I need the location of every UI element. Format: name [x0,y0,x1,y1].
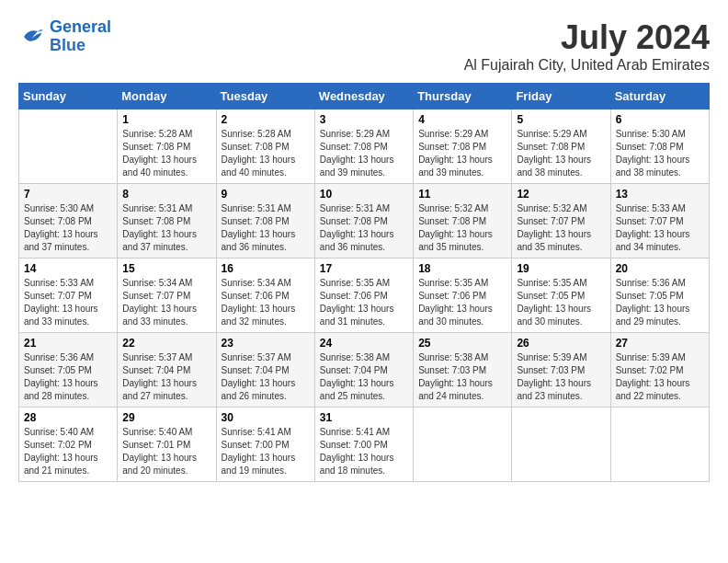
day-detail: Sunrise: 5:35 AMSunset: 7:06 PMDaylight:… [320,277,408,328]
day-detail: Sunrise: 5:32 AMSunset: 7:08 PMDaylight:… [418,202,506,254]
day-header-saturday: Saturday [610,84,709,109]
day-detail: Sunrise: 5:41 AMSunset: 7:00 PMDaylight:… [222,426,310,477]
day-cell: 16 Sunrise: 5:34 AMSunset: 7:06 PMDaylig… [216,259,314,333]
day-detail: Sunrise: 5:29 AMSunset: 7:08 PMDaylight:… [320,128,408,179]
day-cell: 28 Sunrise: 5:40 AMSunset: 7:02 PMDaylig… [19,408,118,482]
day-cell: 4 Sunrise: 5:29 AMSunset: 7:08 PMDayligh… [414,109,512,184]
day-detail: Sunrise: 5:31 AMSunset: 7:08 PMDaylight:… [222,202,310,254]
day-number: 27 [616,337,704,350]
day-number: 31 [320,411,408,424]
page-header: General Blue July 2024 Al Fujairah City,… [18,18,710,74]
day-cell: 8 Sunrise: 5:31 AMSunset: 7:08 PMDayligh… [118,184,216,259]
month-title: July 2024 [464,18,710,57]
header-row: SundayMondayTuesdayWednesdayThursdayFrid… [19,84,710,109]
day-number: 17 [320,262,408,275]
day-detail: Sunrise: 5:38 AMSunset: 7:04 PMDaylight:… [320,351,408,403]
day-number: 6 [616,113,704,126]
day-cell: 24 Sunrise: 5:38 AMSunset: 7:04 PMDaylig… [314,333,413,408]
logo: General Blue [18,18,111,55]
logo-line1: General [50,17,111,36]
day-detail: Sunrise: 5:38 AMSunset: 7:03 PMDaylight:… [418,351,506,403]
day-cell: 1 Sunrise: 5:28 AMSunset: 7:08 PMDayligh… [118,109,216,184]
day-number: 1 [122,113,210,126]
day-detail: Sunrise: 5:30 AMSunset: 7:08 PMDaylight:… [24,202,112,254]
location-title: Al Fujairah City, United Arab Emirates [464,57,710,74]
day-detail: Sunrise: 5:39 AMSunset: 7:03 PMDaylight:… [517,351,605,403]
day-cell: 22 Sunrise: 5:37 AMSunset: 7:04 PMDaylig… [118,333,216,408]
day-cell: 12 Sunrise: 5:32 AMSunset: 7:07 PMDaylig… [512,184,610,259]
day-detail: Sunrise: 5:36 AMSunset: 7:05 PMDaylight:… [616,277,704,328]
day-cell: 27 Sunrise: 5:39 AMSunset: 7:02 PMDaylig… [610,333,709,408]
day-cell: 30 Sunrise: 5:41 AMSunset: 7:00 PMDaylig… [216,408,314,482]
week-row-4: 21 Sunrise: 5:36 AMSunset: 7:05 PMDaylig… [19,333,710,408]
day-detail: Sunrise: 5:37 AMSunset: 7:04 PMDaylight:… [222,351,310,403]
day-header-tuesday: Tuesday [216,84,314,109]
day-number: 13 [616,188,704,201]
day-cell: 6 Sunrise: 5:30 AMSunset: 7:08 PMDayligh… [610,109,709,184]
day-detail: Sunrise: 5:32 AMSunset: 7:07 PMDaylight:… [517,202,605,254]
day-cell [512,408,610,482]
day-header-sunday: Sunday [19,84,118,109]
day-header-monday: Monday [118,84,216,109]
day-number: 4 [418,113,506,126]
day-number: 8 [122,188,210,201]
day-number: 25 [418,337,506,350]
day-header-thursday: Thursday [414,84,512,109]
day-cell: 2 Sunrise: 5:28 AMSunset: 7:08 PMDayligh… [216,109,314,184]
logo-icon [18,23,46,51]
day-cell: 18 Sunrise: 5:35 AMSunset: 7:06 PMDaylig… [414,259,512,333]
day-detail: Sunrise: 5:37 AMSunset: 7:04 PMDaylight:… [122,351,210,403]
day-cell: 23 Sunrise: 5:37 AMSunset: 7:04 PMDaylig… [216,333,314,408]
day-number: 16 [222,262,310,275]
day-number: 9 [222,188,310,201]
day-cell: 13 Sunrise: 5:33 AMSunset: 7:07 PMDaylig… [610,184,709,259]
week-row-5: 28 Sunrise: 5:40 AMSunset: 7:02 PMDaylig… [19,408,710,482]
day-detail: Sunrise: 5:31 AMSunset: 7:08 PMDaylight:… [122,202,210,254]
title-block: July 2024 Al Fujairah City, United Arab … [464,18,710,74]
day-cell: 17 Sunrise: 5:35 AMSunset: 7:06 PMDaylig… [314,259,413,333]
logo-line2: Blue [50,36,85,54]
day-cell: 11 Sunrise: 5:32 AMSunset: 7:08 PMDaylig… [414,184,512,259]
day-detail: Sunrise: 5:35 AMSunset: 7:05 PMDaylight:… [517,277,605,328]
day-number: 23 [222,337,310,350]
week-row-2: 7 Sunrise: 5:30 AMSunset: 7:08 PMDayligh… [19,184,710,259]
day-detail: Sunrise: 5:28 AMSunset: 7:08 PMDaylight:… [222,128,310,179]
day-cell [610,408,709,482]
day-cell: 21 Sunrise: 5:36 AMSunset: 7:05 PMDaylig… [19,333,118,408]
calendar-table: SundayMondayTuesdayWednesdayThursdayFrid… [18,83,710,482]
day-detail: Sunrise: 5:34 AMSunset: 7:06 PMDaylight:… [222,277,310,328]
day-number: 10 [320,188,408,201]
day-detail: Sunrise: 5:41 AMSunset: 7:00 PMDaylight:… [320,426,408,477]
day-cell: 29 Sunrise: 5:40 AMSunset: 7:01 PMDaylig… [118,408,216,482]
day-cell: 15 Sunrise: 5:34 AMSunset: 7:07 PMDaylig… [118,259,216,333]
day-detail: Sunrise: 5:29 AMSunset: 7:08 PMDaylight:… [418,128,506,179]
day-number: 26 [517,337,605,350]
day-number: 24 [320,337,408,350]
day-number: 11 [418,188,506,201]
day-number: 14 [24,262,112,275]
day-detail: Sunrise: 5:40 AMSunset: 7:02 PMDaylight:… [24,426,112,477]
day-cell: 9 Sunrise: 5:31 AMSunset: 7:08 PMDayligh… [216,184,314,259]
week-row-1: 1 Sunrise: 5:28 AMSunset: 7:08 PMDayligh… [19,109,710,184]
day-cell: 3 Sunrise: 5:29 AMSunset: 7:08 PMDayligh… [314,109,413,184]
day-number: 19 [517,262,605,275]
day-cell: 5 Sunrise: 5:29 AMSunset: 7:08 PMDayligh… [512,109,610,184]
day-number: 3 [320,113,408,126]
day-detail: Sunrise: 5:34 AMSunset: 7:07 PMDaylight:… [122,277,210,328]
week-row-3: 14 Sunrise: 5:33 AMSunset: 7:07 PMDaylig… [19,259,710,333]
day-number: 22 [122,337,210,350]
day-number: 2 [222,113,310,126]
day-detail: Sunrise: 5:30 AMSunset: 7:08 PMDaylight:… [616,128,704,179]
day-number: 21 [24,337,112,350]
day-cell [19,109,118,184]
day-cell: 14 Sunrise: 5:33 AMSunset: 7:07 PMDaylig… [19,259,118,333]
day-cell: 31 Sunrise: 5:41 AMSunset: 7:00 PMDaylig… [314,408,413,482]
day-header-friday: Friday [512,84,610,109]
day-number: 29 [122,411,210,424]
day-detail: Sunrise: 5:31 AMSunset: 7:08 PMDaylight:… [320,202,408,254]
day-cell [414,408,512,482]
day-detail: Sunrise: 5:36 AMSunset: 7:05 PMDaylight:… [24,351,112,403]
day-detail: Sunrise: 5:28 AMSunset: 7:08 PMDaylight:… [122,128,210,179]
day-number: 15 [122,262,210,275]
day-number: 30 [222,411,310,424]
